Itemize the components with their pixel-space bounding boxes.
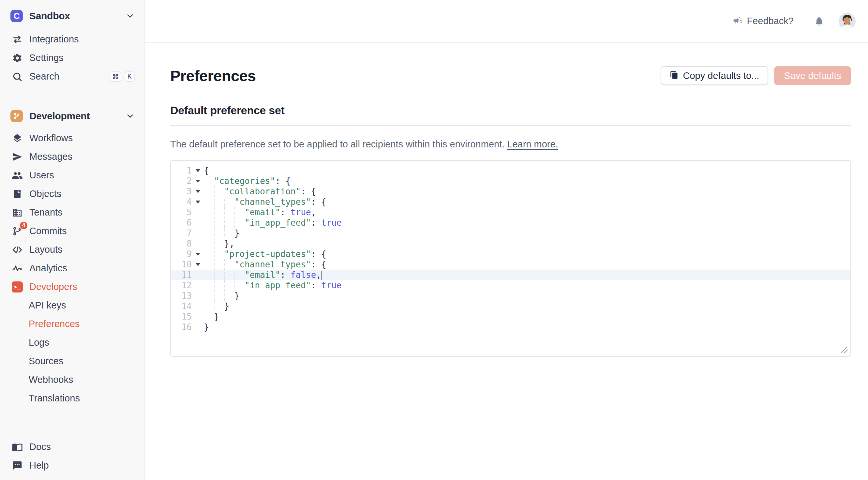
- line-number: 1: [171, 165, 192, 176]
- sidebar-subitem-webhooks[interactable]: Webhooks: [0, 370, 145, 389]
- sidebar-subitem-sources[interactable]: Sources: [0, 352, 145, 370]
- fold-gutter: [192, 228, 204, 238]
- feedback-button[interactable]: Feedback?: [733, 16, 794, 27]
- editor-lines: 1{2 "categories": {3 "collaboration": {4…: [171, 165, 850, 332]
- code-text: "email": true,: [204, 207, 316, 217]
- editor-line-12[interactable]: 12 "in_app_feed": true: [171, 280, 850, 291]
- sidebar-item-label: Layouts: [29, 244, 63, 255]
- line-number: 9: [171, 249, 192, 259]
- sidebar-item-docs[interactable]: Docs: [0, 438, 145, 456]
- editor-line-6[interactable]: 6 "in_app_feed": true: [171, 217, 850, 228]
- megaphone-icon: [733, 16, 742, 27]
- sidebar-item-messages[interactable]: Messages: [0, 147, 145, 166]
- resize-grip-icon[interactable]: [839, 344, 848, 354]
- sidebar-item-label: Analytics: [29, 263, 67, 274]
- chevron-down-icon: [126, 112, 135, 121]
- user-avatar[interactable]: [839, 13, 856, 30]
- sidebar-item-objects[interactable]: Objects: [0, 185, 145, 203]
- fold-gutter: [192, 217, 204, 228]
- editor-line-14[interactable]: 14 }: [171, 301, 850, 311]
- sidebar-item-commits[interactable]: 4Commits: [0, 222, 145, 240]
- line-number: 3: [171, 186, 192, 197]
- json-editor[interactable]: 1{2 "categories": {3 "collaboration": {4…: [170, 160, 851, 357]
- editor-line-5[interactable]: 5 "email": true,: [171, 207, 850, 217]
- fold-arrow-icon[interactable]: [192, 176, 204, 186]
- editor-line-8[interactable]: 8 },: [171, 238, 850, 249]
- sidebar-item-label: Developers: [29, 281, 77, 292]
- sidebar-item-developers[interactable]: >_Developers: [0, 277, 145, 296]
- environment-switcher[interactable]: Development: [10, 110, 135, 122]
- fold-arrow-icon[interactable]: [192, 249, 204, 259]
- editor-line-2[interactable]: 2 "categories": {: [171, 176, 850, 186]
- editor-line-3[interactable]: 3 "collaboration": {: [171, 186, 850, 197]
- notifications-bell-icon[interactable]: [814, 16, 824, 26]
- commits-count-badge: 4: [19, 221, 28, 230]
- sidebar-item-label: Translations: [29, 393, 80, 404]
- sidebar-item-label: Commits: [29, 226, 66, 236]
- sidebar-item-layouts[interactable]: Layouts: [0, 240, 145, 259]
- docs-icon: [11, 441, 24, 453]
- editor-line-1[interactable]: 1{: [171, 165, 850, 176]
- sidebar-item-label: Help: [29, 460, 49, 471]
- editor-line-9[interactable]: 9 "project-updates": {: [171, 249, 850, 259]
- line-number: 11: [171, 270, 192, 280]
- sidebar-item-label: Settings: [29, 53, 64, 63]
- keycap: K: [125, 71, 135, 82]
- editor-line-7[interactable]: 7 }: [171, 228, 850, 238]
- code-text: }: [204, 322, 209, 332]
- sidebar-item-analytics[interactable]: Analytics: [0, 259, 145, 277]
- sidebar-item-integrations[interactable]: Integrations: [0, 30, 145, 49]
- sidebar-environment-nav: WorkflowsMessagesUsersObjectsTenants4Com…: [0, 129, 145, 296]
- sidebar-item-label: Search: [29, 71, 59, 82]
- sidebar-item-search[interactable]: Search⌘K: [0, 67, 145, 86]
- fold-arrow-icon[interactable]: [192, 165, 204, 176]
- fold-arrow-icon[interactable]: [192, 186, 204, 197]
- sidebar-item-help[interactable]: Help: [0, 456, 145, 475]
- editor-line-16[interactable]: 16}: [171, 322, 850, 332]
- chevron-down-icon: [196, 201, 200, 204]
- editor-line-15[interactable]: 15 }: [171, 311, 850, 322]
- editor-line-13[interactable]: 13 }: [171, 291, 850, 301]
- sidebar-item-label: Sources: [29, 356, 63, 366]
- code-text: "in_app_feed": true: [204, 217, 342, 228]
- subnav-indent-rail: [16, 298, 16, 406]
- fold-gutter: [192, 238, 204, 249]
- sidebar-item-users[interactable]: Users: [0, 166, 145, 185]
- code-text: "channel_types": {: [204, 197, 327, 207]
- sidebar-item-settings[interactable]: Settings: [0, 49, 145, 67]
- sidebar-subitem-translations[interactable]: Translations: [0, 389, 145, 408]
- sidebar-subitem-logs[interactable]: Logs: [0, 333, 145, 352]
- layouts-icon: [11, 244, 24, 256]
- learn-more-link[interactable]: Learn more.: [507, 139, 558, 149]
- section-title: Default preference set: [170, 104, 851, 117]
- copy-defaults-button[interactable]: Copy defaults to...: [661, 66, 769, 85]
- sidebar-item-label: Tenants: [29, 207, 63, 218]
- fold-arrow-icon[interactable]: [192, 259, 204, 270]
- line-number: 6: [171, 217, 192, 228]
- sidebar-subitem-preferences[interactable]: Preferences: [0, 315, 145, 333]
- line-number: 15: [171, 311, 192, 322]
- chevron-down-icon: [126, 11, 135, 21]
- code-text: "email": false,: [204, 270, 322, 280]
- save-defaults-button[interactable]: Save defaults: [774, 66, 851, 85]
- code-text: "in_app_feed": true: [204, 280, 342, 291]
- editor-line-11[interactable]: 11 "email": false,: [171, 270, 850, 280]
- feedback-label: Feedback?: [747, 16, 794, 26]
- line-number: 4: [171, 197, 192, 207]
- sidebar-item-label: Docs: [29, 442, 51, 452]
- search-shortcut: ⌘K: [110, 71, 135, 82]
- settings-icon: [11, 52, 24, 64]
- workspace-switcher[interactable]: C Sandbox: [10, 10, 135, 22]
- sidebar-item-label: Users: [29, 170, 54, 181]
- sidebar-item-workflows[interactable]: Workflows: [0, 129, 145, 147]
- workflows-icon: [11, 132, 24, 145]
- editor-line-4[interactable]: 4 "channel_types": {: [171, 197, 850, 207]
- sidebar-subitem-api-keys[interactable]: API keys: [0, 296, 145, 315]
- editor-line-10[interactable]: 10 "channel_types": {: [171, 259, 850, 270]
- messages-icon: [11, 151, 24, 163]
- code-text: }: [204, 311, 219, 322]
- text-cursor: [321, 271, 322, 280]
- sidebar-item-label: Integrations: [29, 34, 79, 45]
- fold-arrow-icon[interactable]: [192, 197, 204, 207]
- sidebar-item-tenants[interactable]: Tenants: [0, 203, 145, 222]
